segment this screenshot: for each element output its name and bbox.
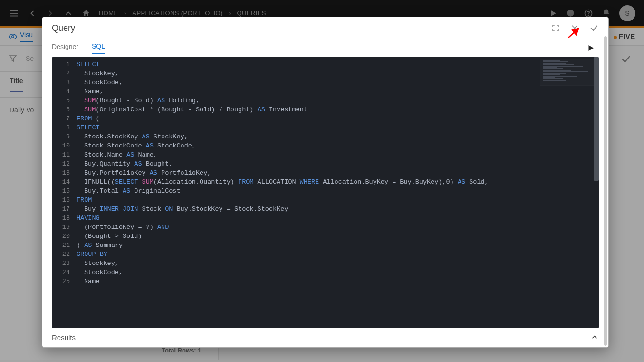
tab-sql[interactable]: SQL bbox=[92, 42, 105, 54]
results-section[interactable]: Results bbox=[42, 328, 608, 347]
code-line: 21) AS Summary bbox=[52, 241, 599, 250]
code-line: 17Buy INNER JOIN Stock ON Buy.StockKey =… bbox=[52, 205, 599, 214]
chevron-up-icon[interactable] bbox=[590, 333, 599, 342]
code-line: 24StockCode, bbox=[52, 268, 599, 277]
code-line: 16FROM bbox=[52, 196, 599, 205]
modal-header: Query bbox=[42, 17, 608, 39]
run-query-icon[interactable] bbox=[586, 44, 595, 52]
code-line: 7FROM ( bbox=[52, 114, 599, 123]
code-line: 13Buy.PortfolioKey AS PortfolioKey, bbox=[52, 168, 599, 177]
code-line: 12Buy.Quantity AS Bought, bbox=[52, 159, 599, 168]
minimap[interactable] bbox=[540, 59, 597, 86]
code-line: 23StockKey, bbox=[52, 259, 599, 268]
code-line: 18HAVING bbox=[52, 214, 599, 223]
code-line: 2StockKey, bbox=[52, 69, 599, 78]
svg-marker-13 bbox=[589, 45, 594, 51]
code-line: 19(PortfolioKey = ?) AND bbox=[52, 223, 599, 232]
code-line: 3StockCode, bbox=[52, 78, 599, 87]
code-line: 8SELECT bbox=[52, 123, 599, 132]
code-line: 14IFNULL((SELECT SUM(Allocation.Quantity… bbox=[52, 177, 599, 186]
save-check-icon[interactable] bbox=[589, 23, 599, 33]
code-line: 5SUM(Bought - Sold) AS Holding, bbox=[52, 96, 599, 105]
modal-tabs: Designer SQL bbox=[42, 39, 608, 57]
code-line: 20(Bought > Sold) bbox=[52, 232, 599, 241]
code-line: 9Stock.StockKey AS StockKey, bbox=[52, 132, 599, 141]
code-line: 6SUM(OriginalCost * (Bought - Sold) / Bo… bbox=[52, 105, 599, 114]
code-line: 15Buy.Total AS OriginalCost bbox=[52, 186, 599, 196]
close-icon[interactable] bbox=[570, 24, 579, 32]
query-modal: Query Designer SQL 1SELECT2StockKey,3Sto… bbox=[42, 17, 609, 348]
editor-scrollbar[interactable] bbox=[594, 57, 599, 181]
code-line: 11Stock.Name AS Name, bbox=[52, 150, 599, 159]
code-line: 1SELECT bbox=[52, 60, 599, 69]
code-line: 25Name bbox=[52, 277, 599, 286]
fullscreen-icon[interactable] bbox=[551, 24, 560, 32]
code-line: 10Stock.StockCode AS StockCode, bbox=[52, 141, 599, 150]
sql-editor[interactable]: 1SELECT2StockKey,3StockCode,4Name,5SUM(B… bbox=[52, 57, 599, 328]
results-label: Results bbox=[52, 333, 76, 342]
modal-scrollbar[interactable] bbox=[604, 36, 607, 346]
modal-title: Query bbox=[52, 23, 75, 33]
tab-designer[interactable]: Designer bbox=[52, 43, 78, 53]
code-line: 4Name, bbox=[52, 87, 599, 96]
code-line: 22GROUP BY bbox=[52, 250, 599, 259]
